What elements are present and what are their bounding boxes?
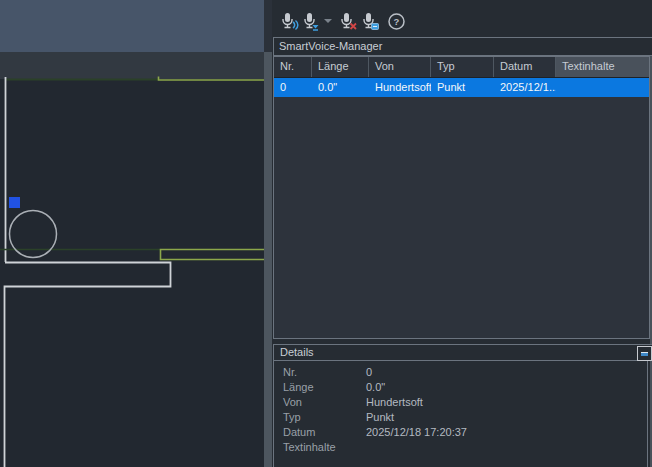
details-row: Von Hundertsoft — [274, 395, 647, 410]
column-header-nr[interactable]: Nr. — [274, 57, 312, 77]
panel-title-bar: SmartVoice-Manager — [273, 37, 652, 56]
smartvoice-toolbar: ? — [279, 8, 406, 34]
mic-export-icon — [361, 12, 380, 31]
panel-resize-gutter[interactable] — [264, 52, 272, 467]
mic-add-button[interactable] — [301, 10, 321, 32]
column-header-datum[interactable]: Datum — [494, 57, 556, 77]
column-header-typ[interactable]: Typ — [431, 57, 494, 77]
details-row: Länge 0.0" — [274, 380, 647, 395]
mic-add-icon — [302, 12, 321, 31]
details-label-nr: Nr. — [274, 365, 366, 380]
panel-title: SmartVoice-Manager — [279, 40, 382, 52]
table-header-row: Nr. Länge Von Typ Datum Textinhalte — [274, 57, 649, 78]
cell-datum: 2025/12/1... — [494, 78, 556, 97]
help-button[interactable]: ? — [386, 10, 406, 32]
details-value-laenge: 0.0" — [366, 380, 385, 395]
duct-outline-green — [161, 250, 265, 260]
table-row-selected[interactable]: 0 0.0" Hundertsoft Punkt 2025/12/1... — [274, 78, 649, 97]
mic-delete-icon — [339, 12, 358, 31]
help-icon: ? — [387, 12, 406, 31]
details-row: Datum 2025/12/18 17:20:37 — [274, 425, 647, 440]
svg-text:?: ? — [393, 16, 399, 27]
cell-nr: 0 — [274, 78, 312, 97]
column-header-textinhalte[interactable]: Textinhalte — [556, 57, 649, 77]
cell-textinhalte — [556, 78, 649, 97]
mic-record-icon — [280, 12, 299, 31]
details-panel: Nr. 0 Länge 0.0" Von Hundertsoft Typ Pun… — [273, 361, 648, 467]
application-window: ? SmartVoice-Manager Nr. Länge Von Typ D… — [0, 0, 652, 467]
details-header-bar: Details — [273, 344, 652, 361]
panel-gutter-top — [264, 0, 272, 52]
cell-von: Hundertsoft — [369, 78, 431, 97]
circle-entity[interactable] — [10, 211, 57, 258]
details-row: Textinhalte — [274, 440, 647, 455]
column-header-von[interactable]: Von — [369, 57, 431, 77]
details-label-textinhalte: Textinhalte — [274, 440, 366, 455]
details-row: Nr. 0 — [274, 365, 647, 380]
details-label-laenge: Länge — [274, 380, 366, 395]
wall-step-outline — [5, 263, 171, 467]
details-row: Typ Punkt — [274, 410, 647, 425]
mic-export-button[interactable] — [360, 10, 380, 32]
voice-record-table: Nr. Länge Von Typ Datum Textinhalte 0 0.… — [273, 56, 650, 339]
selection-grip[interactable] — [9, 197, 20, 208]
cell-laenge: 0.0" — [312, 78, 369, 97]
column-header-laenge[interactable]: Länge — [312, 57, 369, 77]
drawing-geometry — [0, 0, 264, 467]
mic-record-button[interactable] — [279, 10, 299, 32]
details-title: Details — [280, 346, 314, 358]
details-value-typ: Punkt — [366, 410, 394, 425]
details-value-datum: 2025/12/18 17:20:37 — [366, 425, 467, 440]
details-label-von: Von — [274, 395, 366, 410]
cell-typ: Punkt — [431, 78, 494, 97]
details-label-datum: Datum — [274, 425, 366, 440]
details-value-von: Hundertsoft — [366, 395, 423, 410]
wall-line-green-bright-top — [159, 77, 265, 81]
details-value-nr: 0 — [366, 365, 372, 380]
mic-delete-button[interactable] — [338, 10, 358, 32]
details-collapse-button[interactable] — [637, 346, 652, 361]
dropdown-caret-icon[interactable] — [324, 19, 332, 23]
minus-icon — [641, 352, 648, 356]
details-label-typ: Typ — [274, 410, 366, 425]
